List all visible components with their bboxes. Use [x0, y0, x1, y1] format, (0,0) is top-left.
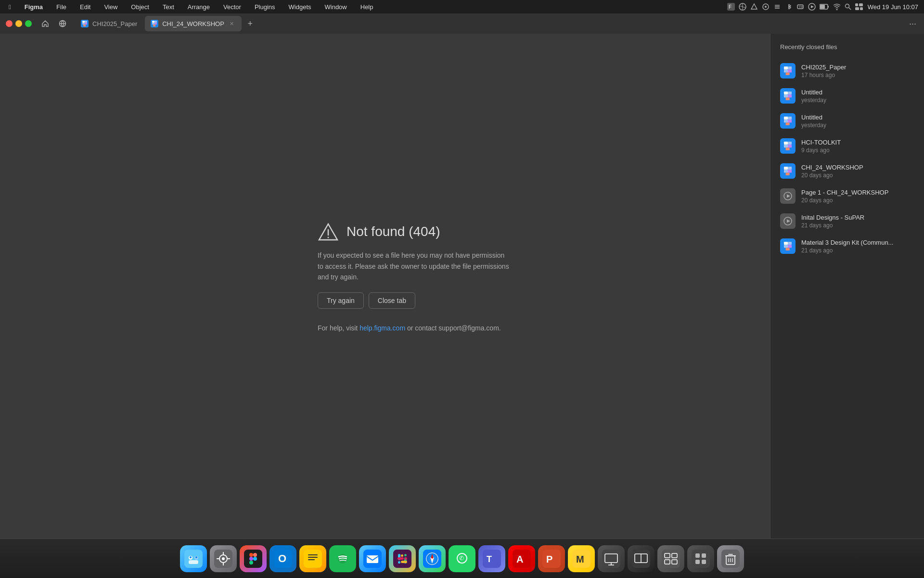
tab-icon-chi24 — [151, 20, 158, 27]
help-menu[interactable]: Help — [358, 2, 376, 12]
tab-chi24-workshop[interactable]: CHI_24_WORKSHOP ✕ — [145, 16, 242, 31]
file-icon-inital-designs — [780, 213, 796, 229]
svg-rect-30 — [154, 23, 157, 25]
dock-item-miro[interactable]: M — [568, 545, 595, 572]
error-title: Not found (404) — [346, 224, 440, 239]
view-menu[interactable]: View — [101, 2, 120, 12]
globe-button[interactable] — [56, 17, 69, 30]
apple-menu[interactable]:  — [6, 2, 14, 12]
tray-icon-3[interactable] — [750, 3, 758, 11]
new-tab-button[interactable]: + — [244, 17, 257, 30]
tab-bar-right: ··· — [905, 17, 920, 31]
dock-item-spotify[interactable] — [329, 545, 356, 572]
file-item-chi2025[interactable]: CHI2025_Paper 17 hours ago — [770, 58, 924, 83]
tray-icon-2[interactable] — [739, 3, 746, 11]
dock-item-trash[interactable] — [717, 545, 744, 572]
window-close-button[interactable] — [6, 20, 13, 27]
svg-point-13 — [836, 9, 837, 11]
window-menu[interactable]: Window — [322, 2, 350, 12]
file-icon-untitled-2 — [780, 113, 796, 129]
dock-item-figma[interactable] — [240, 545, 267, 572]
control-center-icon[interactable] — [855, 3, 863, 10]
wifi-icon[interactable] — [833, 3, 841, 10]
file-item-page1-chi24[interactable]: Page 1 - CHI_24_WORKSHOP 20 days ago — [770, 184, 924, 209]
arrange-menu[interactable]: Arrange — [185, 2, 213, 12]
file-item-chi24-workshop[interactable]: CHI_24_WORKSHOP 20 days ago — [770, 158, 924, 184]
tray-icon-4[interactable] — [762, 3, 770, 11]
svg-rect-39 — [784, 92, 788, 94]
plugins-menu[interactable]: Plugins — [252, 2, 278, 12]
svg-rect-27 — [152, 21, 154, 23]
file-time-untitled-1: yesterday — [801, 97, 826, 104]
tab-close-chi24[interactable]: ✕ — [228, 20, 236, 27]
svg-rect-50 — [788, 142, 792, 144]
try-again-button[interactable]: Try again — [318, 292, 364, 309]
app-name-menu[interactable]: Figma — [22, 2, 46, 12]
close-tab-button[interactable]: Close tab — [369, 292, 415, 309]
bluetooth-icon[interactable] — [785, 3, 793, 11]
file-name-chi24-workshop: CHI_24_WORKSHOP — [801, 164, 863, 171]
tray-icon-5[interactable] — [773, 3, 781, 11]
svg-rect-134 — [692, 550, 710, 568]
svg-rect-17 — [859, 3, 863, 6]
dock-item-more-apps[interactable] — [687, 545, 714, 572]
svg-rect-41 — [784, 94, 788, 97]
widgets-menu[interactable]: Widgets — [286, 2, 314, 12]
file-item-untitled-1[interactable]: Untitled yesterday — [770, 83, 924, 108]
figma-tray-icon[interactable]: F — [727, 3, 735, 11]
object-menu[interactable]: Object — [128, 2, 152, 12]
svg-rect-103 — [405, 557, 407, 560]
file-name-inital-designs: Inital Designs - SuPAR — [801, 214, 864, 221]
file-item-inital-designs[interactable]: Inital Designs - SuPAR 21 days ago — [770, 209, 924, 234]
dock-item-window-manager[interactable] — [657, 545, 684, 572]
dock-item-outlook[interactable]: O — [270, 545, 296, 572]
dock-item-slack[interactable] — [389, 545, 416, 572]
window-maximize-button[interactable] — [25, 20, 32, 27]
dock-item-whatsapp[interactable]: ✆ — [449, 545, 475, 572]
file-time-material3: 21 days ago — [801, 247, 893, 254]
file-item-hci-toolkit[interactable]: HCI-TOOLKIT 9 days ago — [770, 133, 924, 158]
dock-item-powerpoint[interactable]: P — [538, 545, 565, 572]
file-item-material3[interactable]: Material 3 Design Kit (Commun... 21 days… — [770, 234, 924, 259]
svg-rect-24 — [82, 23, 85, 25]
file-icon-hci-toolkit — [780, 138, 796, 154]
dock-item-acrobat[interactable]: A — [508, 545, 535, 572]
window-minimize-button[interactable] — [15, 20, 22, 27]
help-link[interactable]: help.figma.com — [359, 324, 405, 332]
text-menu[interactable]: Text — [160, 2, 177, 12]
dock-item-display1[interactable] — [598, 545, 625, 572]
dock-item-finder[interactable] — [180, 545, 207, 572]
edit-menu[interactable]: Edit — [77, 2, 93, 12]
dock-item-teams[interactable]: T — [478, 545, 505, 572]
more-options-button[interactable]: ··· — [905, 17, 920, 31]
help-text: For help, visit — [318, 324, 359, 332]
dock-item-screen-layout[interactable] — [628, 545, 654, 572]
dock-item-notes[interactable] — [299, 545, 326, 572]
battery-icon[interactable] — [820, 4, 829, 10]
dock-item-system-preferences[interactable] — [210, 545, 237, 572]
file-time-chi2025: 17 hours ago — [801, 72, 846, 79]
svg-rect-25 — [85, 23, 87, 25]
svg-rect-84 — [249, 557, 253, 561]
file-menu[interactable]: File — [53, 2, 69, 12]
tab-chi2025-paper[interactable]: CHI2025_Paper — [75, 16, 143, 31]
dock-item-safari[interactable] — [419, 545, 446, 572]
home-button[interactable] — [38, 17, 52, 30]
help-suffix: or contact support@figma.com. — [405, 324, 501, 332]
svg-rect-114 — [483, 550, 501, 568]
svg-rect-26 — [83, 25, 86, 26]
svg-rect-37 — [788, 69, 792, 72]
vector-menu[interactable]: Vector — [220, 2, 244, 12]
tray-icon-7[interactable]: TR — [796, 3, 804, 11]
svg-rect-51 — [784, 144, 788, 147]
svg-rect-34 — [784, 66, 788, 69]
file-item-untitled-2[interactable]: Untitled yesterday — [770, 108, 924, 133]
svg-marker-60 — [787, 195, 790, 198]
file-icon-chi24-workshop — [780, 163, 796, 179]
play-icon[interactable] — [808, 3, 816, 11]
svg-rect-89 — [304, 550, 322, 568]
dock-item-mail[interactable] — [359, 545, 386, 572]
svg-rect-71 — [189, 560, 198, 564]
svg-rect-44 — [784, 117, 788, 119]
search-icon[interactable] — [845, 3, 851, 10]
